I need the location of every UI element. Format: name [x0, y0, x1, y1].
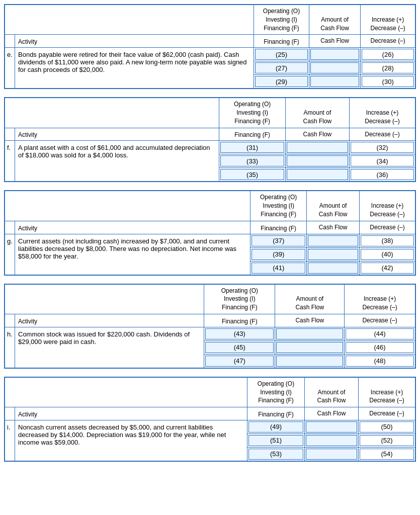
incdec-input-h-2[interactable]: [345, 354, 415, 368]
oif-field-i-2[interactable]: [248, 449, 303, 460]
incdec-field-h-2[interactable]: [346, 356, 414, 367]
oif-field-g-2[interactable]: [251, 263, 305, 274]
amount-input-i-0[interactable]: [304, 420, 358, 434]
amount-input-f-2[interactable]: [285, 168, 349, 182]
oif-input-f-2[interactable]: [219, 168, 286, 182]
oif-field-h-1[interactable]: [205, 342, 274, 353]
incdec-field-e-2[interactable]: [362, 76, 414, 87]
oif-input-f-0[interactable]: [219, 141, 286, 154]
incdec-input-g-0[interactable]: [360, 234, 415, 247]
oif-field-i-1[interactable]: [248, 435, 303, 446]
amount-input-i-1[interactable]: [304, 434, 358, 447]
amount-field-f-2[interactable]: [287, 169, 348, 180]
incdec-field-i-0[interactable]: [360, 421, 414, 433]
oif-line2: Investing (I): [236, 109, 268, 116]
letter-spacer: [5, 407, 15, 420]
oif-field-f-1[interactable]: [220, 155, 284, 166]
oif-subheader: Financing (F): [247, 407, 305, 420]
incdec-field-h-0[interactable]: [346, 328, 414, 339]
incdec-field-f-2[interactable]: [351, 169, 414, 180]
incdec-field-f-1[interactable]: [351, 155, 414, 166]
amount-field-i-0[interactable]: [306, 421, 357, 433]
amount-input-f-0[interactable]: [285, 141, 349, 154]
incdec-field-i-2[interactable]: [360, 449, 414, 460]
amount-header: Amount ofCash Flow: [304, 377, 358, 407]
amount-field-g-0[interactable]: [308, 235, 358, 246]
incdec-input-f-2[interactable]: [349, 168, 415, 182]
oif-field-e-2[interactable]: [255, 76, 307, 87]
amount-field-f-0[interactable]: [287, 142, 348, 153]
incdec-field-g-1[interactable]: [361, 249, 414, 260]
oif-field-f-0[interactable]: [220, 142, 284, 153]
incdec-field-g-0[interactable]: [361, 235, 414, 246]
incdec-input-i-1[interactable]: [359, 434, 415, 447]
oif-field-g-1[interactable]: [251, 249, 305, 260]
amount-field-g-2[interactable]: [308, 263, 358, 274]
amount-input-f-1[interactable]: [285, 154, 349, 168]
oif-field-e-0[interactable]: [255, 49, 307, 60]
oif-input-h-1[interactable]: [204, 340, 275, 354]
incdec-subheader: Decrease (–): [359, 407, 415, 420]
amount-field-e-2[interactable]: [310, 76, 360, 87]
oif-field-g-0[interactable]: [251, 235, 305, 246]
incdec-input-e-0[interactable]: [361, 48, 415, 61]
oif-input-i-2[interactable]: [247, 447, 305, 461]
oif-input-h-2[interactable]: [204, 354, 275, 368]
oif-input-h-0[interactable]: [204, 327, 275, 340]
amount-field-h-0[interactable]: [276, 328, 343, 339]
oif-input-g-2[interactable]: [250, 261, 307, 275]
incdec-field-f-0[interactable]: [351, 142, 414, 153]
oif-input-e-1[interactable]: [254, 61, 309, 75]
incdec-input-f-0[interactable]: [349, 141, 415, 154]
amount-input-e-2[interactable]: [309, 75, 361, 89]
oif-field-e-1[interactable]: [255, 62, 307, 73]
amount-input-h-0[interactable]: [275, 327, 345, 340]
oif-field-f-2[interactable]: [220, 169, 284, 180]
amount-field-i-1[interactable]: [306, 435, 357, 446]
incdec-input-e-1[interactable]: [361, 61, 415, 75]
oif-input-g-0[interactable]: [250, 234, 307, 247]
oif-input-e-2[interactable]: [254, 75, 309, 89]
incdec-input-i-0[interactable]: [359, 420, 415, 434]
oif-field-i-0[interactable]: [248, 421, 303, 433]
incdec-field-h-1[interactable]: [346, 342, 414, 353]
incdec-input-h-0[interactable]: [345, 327, 415, 340]
amount-field-h-2[interactable]: [276, 356, 343, 367]
amount-field-g-1[interactable]: [308, 249, 358, 260]
incdec-field-g-2[interactable]: [361, 263, 414, 274]
table-row: g.Current assets (not including cash) in…: [5, 234, 415, 247]
letter-spacer: [5, 314, 15, 327]
amount-input-h-1[interactable]: [275, 340, 345, 354]
incdec-input-g-1[interactable]: [360, 247, 415, 261]
oif-header: Operating (O)Investing (I)Financing (F): [250, 191, 307, 221]
incdec-field-e-1[interactable]: [362, 62, 414, 73]
amount-input-e-1[interactable]: [309, 61, 361, 75]
oif-field-h-2[interactable]: [205, 356, 274, 367]
oif-input-f-1[interactable]: [219, 154, 286, 168]
amount-input-e-0[interactable]: [309, 48, 361, 61]
incdec-field-e-0[interactable]: [362, 49, 414, 60]
incdec-field-i-1[interactable]: [360, 435, 414, 446]
incdec-input-g-2[interactable]: [360, 261, 415, 275]
oif-input-e-0[interactable]: [254, 48, 309, 61]
amount-line2: Cash Flow: [303, 118, 332, 125]
amount-field-i-2[interactable]: [306, 449, 357, 460]
incdec-input-e-2[interactable]: [361, 75, 415, 89]
incdec-input-h-1[interactable]: [345, 340, 415, 354]
amount-input-g-1[interactable]: [307, 247, 360, 261]
table-row: e.Bonds payable were retired for their f…: [5, 48, 415, 61]
amount-field-f-1[interactable]: [287, 155, 348, 166]
oif-input-g-1[interactable]: [250, 247, 307, 261]
amount-input-g-2[interactable]: [307, 261, 360, 275]
amount-input-h-2[interactable]: [275, 354, 345, 368]
incdec-input-f-1[interactable]: [349, 154, 415, 168]
amount-field-h-1[interactable]: [276, 342, 343, 353]
amount-field-e-1[interactable]: [310, 62, 360, 73]
amount-field-e-0[interactable]: [310, 49, 360, 60]
amount-input-i-2[interactable]: [304, 447, 358, 461]
oif-input-i-1[interactable]: [247, 434, 305, 447]
incdec-input-i-2[interactable]: [359, 447, 415, 461]
oif-input-i-0[interactable]: [247, 420, 305, 434]
oif-field-h-0[interactable]: [205, 328, 274, 339]
amount-input-g-0[interactable]: [307, 234, 360, 247]
